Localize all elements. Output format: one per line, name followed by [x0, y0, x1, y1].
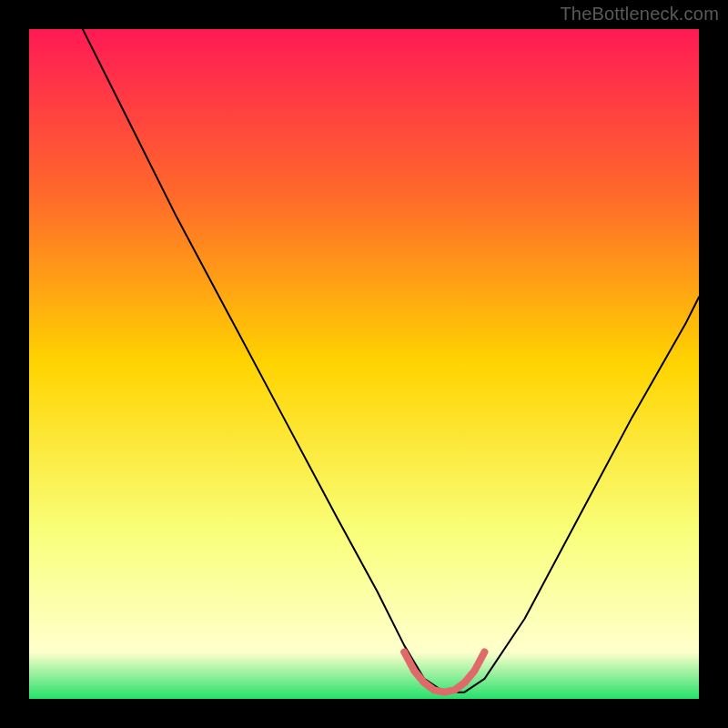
- chart-background: [29, 29, 699, 699]
- attribution-text: TheBottleneck.com: [560, 4, 719, 25]
- bottleneck-chart: [29, 29, 699, 699]
- chart-svg: [29, 29, 699, 699]
